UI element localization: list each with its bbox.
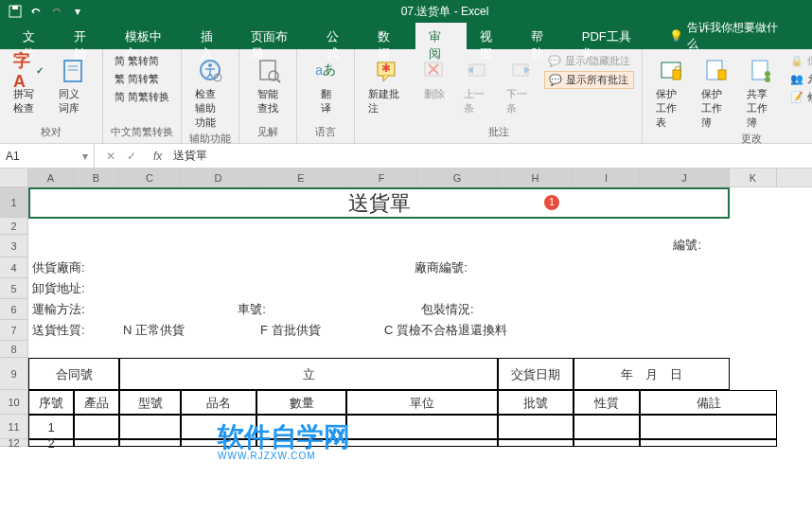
row-header-10[interactable]: 10 [0, 390, 28, 415]
table-cell[interactable] [498, 439, 574, 447]
new-comment-button[interactable]: ✱ 新建批注 [362, 53, 412, 117]
table-cell[interactable]: 性質 [574, 390, 640, 415]
cells[interactable]: 软件自学网 WWW.RJZXW.COM 送貨單1編號:供貨廠商:廠商編號:卸貨地… [28, 187, 812, 447]
cell[interactable]: 卸貨地址: [28, 278, 218, 299]
translate-button[interactable]: aあ 翻 译 [305, 53, 346, 117]
row-header-3[interactable]: 3 [0, 235, 28, 257]
thesaurus-button[interactable]: 同义词库 [53, 53, 95, 117]
cell[interactable]: C 質檢不合格退還換料 [346, 320, 583, 341]
cell[interactable]: 包裝情況: [417, 299, 559, 320]
col-header-F[interactable]: F [346, 168, 417, 186]
table-cell[interactable]: 品名 [181, 390, 256, 415]
trad-to-simp-button[interactable]: 简 繁转简 [111, 53, 173, 69]
share-workbook-button[interactable]: 共享 工作簿 [741, 53, 783, 132]
col-header-I[interactable]: I [574, 168, 640, 186]
allow-users-button[interactable]: 👥允许用户 [786, 71, 812, 87]
tab-review[interactable]: 审阅 [415, 23, 467, 49]
table-cell[interactable] [640, 439, 777, 447]
table-cell[interactable] [74, 415, 119, 439]
show-all-comments-button[interactable]: 💬显示所有批注 [544, 71, 634, 89]
row-header-9[interactable]: 9 [0, 358, 28, 390]
row-header-12[interactable]: 12 [0, 439, 28, 447]
row-header-2[interactable]: 2 [0, 218, 28, 235]
col-header-A[interactable]: A [28, 168, 74, 186]
table-cell[interactable]: 單位 [346, 390, 498, 415]
fx-icon[interactable]: fx [148, 150, 168, 163]
protect-workbook-button[interactable]: 保护 工作簿 [696, 53, 737, 132]
tab-home[interactable]: 开始 [61, 23, 112, 49]
table-cell[interactable]: 交貨日期 [498, 358, 574, 390]
tab-insert[interactable]: 插入 [187, 23, 238, 49]
table-cell[interactable]: 序號 [28, 390, 74, 415]
tab-data[interactable]: 数据 [364, 23, 415, 49]
col-header-C[interactable]: C [119, 168, 181, 186]
table-cell[interactable] [74, 439, 119, 447]
col-header-G[interactable]: G [417, 168, 498, 186]
table-cell[interactable] [346, 415, 498, 439]
cell[interactable]: 送貨性質: [28, 320, 123, 341]
table-cell[interactable] [181, 439, 256, 447]
save-icon[interactable] [8, 4, 23, 19]
table-cell[interactable] [640, 415, 777, 439]
col-header-J[interactable]: J [640, 168, 730, 186]
table-cell[interactable]: 批號 [498, 390, 574, 415]
table-cell[interactable] [181, 415, 256, 439]
track-changes-button[interactable]: 📝修订 ▾ [786, 89, 812, 105]
col-header-K[interactable]: K [730, 168, 777, 186]
redo-icon[interactable] [49, 4, 64, 19]
table-cell[interactable] [574, 415, 640, 439]
cancel-icon[interactable]: ✕ [102, 150, 119, 163]
table-cell[interactable]: 型號 [119, 390, 181, 415]
simp-to-trad-button[interactable]: 繁 简转繁 [111, 71, 173, 87]
qat-dropdown-icon[interactable]: ▾ [70, 4, 85, 19]
protect-sheet-button[interactable]: 保护 工作表 [650, 53, 692, 132]
formula-input[interactable]: 送貨單 [168, 148, 812, 164]
undo-icon[interactable] [28, 4, 44, 19]
table-cell[interactable]: 2 [28, 439, 74, 447]
tab-template[interactable]: 模板中心 [112, 23, 187, 49]
table-cell[interactable]: 年 月 日 [574, 358, 730, 390]
cell[interactable]: 車號: [181, 299, 323, 320]
tell-me[interactable]: 💡 告诉我你想要做什么 [656, 23, 803, 49]
table-cell[interactable]: 數量 [256, 390, 346, 415]
cell[interactable]: N 正常供貨 [119, 320, 233, 341]
tab-pdf[interactable]: PDF工具集 [569, 23, 657, 49]
confirm-icon[interactable]: ✓ [123, 150, 140, 163]
col-header-E[interactable]: E [256, 168, 346, 186]
spelling-button[interactable]: 字A✓ 拼写检查 [8, 53, 49, 117]
select-all[interactable] [0, 168, 28, 186]
cell[interactable]: 編號: [574, 235, 730, 257]
table-cell[interactable]: 產品 [74, 390, 119, 415]
table-cell[interactable] [119, 415, 181, 439]
tab-file[interactable]: 文件 [9, 23, 61, 49]
chinese-convert-button[interactable]: 简 简繁转换 [111, 89, 173, 105]
table-cell[interactable]: 備註 [640, 390, 777, 415]
col-header-H[interactable]: H [498, 168, 574, 186]
cell[interactable]: 廠商編號: [346, 257, 536, 278]
row-header-11[interactable]: 11 [0, 415, 28, 439]
row-header-6[interactable]: 6 [0, 299, 28, 320]
col-header-B[interactable]: B [74, 168, 119, 186]
table-cell[interactable] [574, 439, 640, 447]
smart-lookup-button[interactable]: 智能 查找 [247, 53, 289, 117]
col-header-D[interactable]: D [181, 168, 256, 186]
row-header-4[interactable]: 4 [0, 257, 28, 278]
tab-page-layout[interactable]: 页面布局 [238, 23, 313, 49]
row-header-8[interactable]: 8 [0, 341, 28, 358]
table-cell[interactable] [256, 439, 346, 447]
cell[interactable]: 送貨單1 [28, 187, 730, 218]
tab-formulas[interactable]: 公式 [313, 23, 364, 49]
tab-help[interactable]: 帮助 [518, 23, 569, 49]
row-header-5[interactable]: 5 [0, 278, 28, 299]
row-header-1[interactable]: 1 [0, 187, 28, 218]
accessibility-button[interactable]: 检查 辅助功能 [189, 53, 231, 132]
table-cell[interactable] [498, 415, 574, 439]
tab-view[interactable]: 视图 [467, 23, 518, 49]
table-cell[interactable] [346, 439, 498, 447]
table-cell[interactable]: 合同號 [28, 358, 119, 390]
row-header-7[interactable]: 7 [0, 320, 28, 341]
table-cell[interactable] [256, 415, 346, 439]
table-cell[interactable]: 立 [119, 358, 498, 390]
name-box[interactable]: A1 ▾ [0, 144, 95, 168]
table-cell[interactable] [119, 439, 181, 447]
